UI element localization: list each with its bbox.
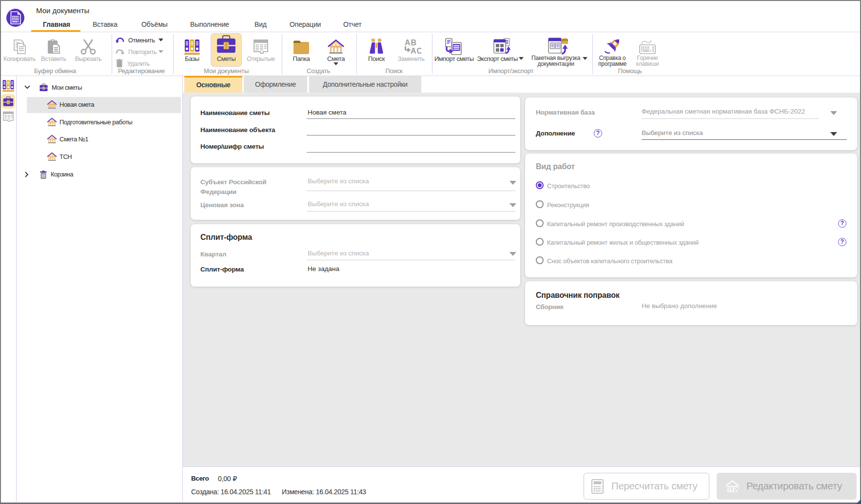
svg-text:AC: AC [411,47,421,55]
svg-text:AB: AB [405,39,416,47]
